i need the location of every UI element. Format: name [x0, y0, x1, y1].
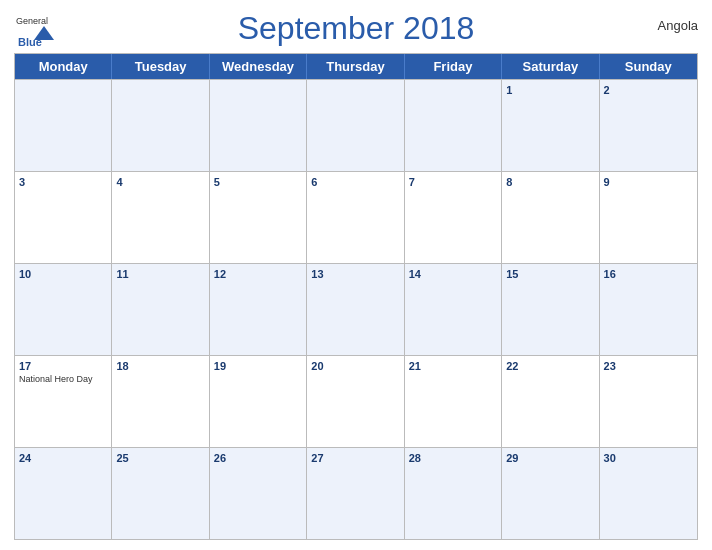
day-cell-6: 6 [307, 172, 404, 263]
day-cell-16: 16 [600, 264, 697, 355]
day-number: 21 [409, 359, 497, 373]
day-cell-20: 20 [307, 356, 404, 447]
day-number: 29 [506, 451, 594, 465]
week-row-5: 24252627282930 [15, 447, 697, 539]
calendar-title: September 2018 [238, 10, 475, 47]
day-cell-10: 10 [15, 264, 112, 355]
day-cell-21: 21 [405, 356, 502, 447]
country-label: Angola [658, 18, 698, 33]
day-header-sunday: Sunday [600, 54, 697, 79]
day-cell-28: 28 [405, 448, 502, 539]
day-number: 3 [19, 175, 107, 189]
day-cell-empty-2 [210, 80, 307, 171]
calendar-page: General Blue September 2018 Angola Monda… [0, 0, 712, 550]
day-header-thursday: Thursday [307, 54, 404, 79]
day-cell-30: 30 [600, 448, 697, 539]
day-number: 13 [311, 267, 399, 281]
day-cell-4: 4 [112, 172, 209, 263]
day-cell-19: 19 [210, 356, 307, 447]
calendar-header: General Blue September 2018 Angola [14, 10, 698, 47]
day-cell-23: 23 [600, 356, 697, 447]
day-cell-empty-0 [15, 80, 112, 171]
day-cell-7: 7 [405, 172, 502, 263]
day-number: 12 [214, 267, 302, 281]
calendar-grid: MondayTuesdayWednesdayThursdayFridaySatu… [14, 53, 698, 540]
day-number: 30 [604, 451, 693, 465]
day-cell-14: 14 [405, 264, 502, 355]
week-row-3: 10111213141516 [15, 263, 697, 355]
day-number: 17 [19, 359, 107, 373]
day-number: 14 [409, 267, 497, 281]
day-number: 10 [19, 267, 107, 281]
day-number: 8 [506, 175, 594, 189]
week-row-2: 3456789 [15, 171, 697, 263]
day-number: 27 [311, 451, 399, 465]
week-row-1: 12 [15, 79, 697, 171]
day-number: 9 [604, 175, 693, 189]
day-number: 7 [409, 175, 497, 189]
day-number: 20 [311, 359, 399, 373]
day-number: 5 [214, 175, 302, 189]
day-number: 18 [116, 359, 204, 373]
day-header-tuesday: Tuesday [112, 54, 209, 79]
day-cell-22: 22 [502, 356, 599, 447]
day-cell-3: 3 [15, 172, 112, 263]
day-cell-17: 17National Hero Day [15, 356, 112, 447]
day-header-friday: Friday [405, 54, 502, 79]
day-cell-13: 13 [307, 264, 404, 355]
day-number: 6 [311, 175, 399, 189]
day-cell-8: 8 [502, 172, 599, 263]
day-headers-row: MondayTuesdayWednesdayThursdayFridaySatu… [15, 54, 697, 79]
day-cell-26: 26 [210, 448, 307, 539]
day-cell-29: 29 [502, 448, 599, 539]
event-label: National Hero Day [19, 374, 107, 385]
day-number: 1 [506, 83, 594, 97]
day-cell-5: 5 [210, 172, 307, 263]
day-cell-15: 15 [502, 264, 599, 355]
day-number: 28 [409, 451, 497, 465]
day-number: 25 [116, 451, 204, 465]
day-number: 23 [604, 359, 693, 373]
day-number: 24 [19, 451, 107, 465]
day-cell-empty-4 [405, 80, 502, 171]
day-header-monday: Monday [15, 54, 112, 79]
day-cell-12: 12 [210, 264, 307, 355]
day-number: 2 [604, 83, 693, 97]
day-number: 19 [214, 359, 302, 373]
day-cell-24: 24 [15, 448, 112, 539]
day-cell-18: 18 [112, 356, 209, 447]
day-number: 15 [506, 267, 594, 281]
day-cell-2: 2 [600, 80, 697, 171]
day-cell-9: 9 [600, 172, 697, 263]
logo: General Blue [14, 10, 74, 48]
week-row-4: 17National Hero Day181920212223 [15, 355, 697, 447]
svg-text:Blue: Blue [18, 36, 42, 48]
day-number: 4 [116, 175, 204, 189]
day-number: 16 [604, 267, 693, 281]
weeks-container: 1234567891011121314151617National Hero D… [15, 79, 697, 539]
day-number: 22 [506, 359, 594, 373]
day-cell-1: 1 [502, 80, 599, 171]
day-header-saturday: Saturday [502, 54, 599, 79]
day-number: 11 [116, 267, 204, 281]
day-cell-25: 25 [112, 448, 209, 539]
day-number: 26 [214, 451, 302, 465]
logo-icon: General Blue [14, 10, 74, 48]
day-cell-empty-1 [112, 80, 209, 171]
day-cell-11: 11 [112, 264, 209, 355]
day-cell-27: 27 [307, 448, 404, 539]
day-header-wednesday: Wednesday [210, 54, 307, 79]
day-cell-empty-3 [307, 80, 404, 171]
svg-text:General: General [16, 16, 48, 26]
